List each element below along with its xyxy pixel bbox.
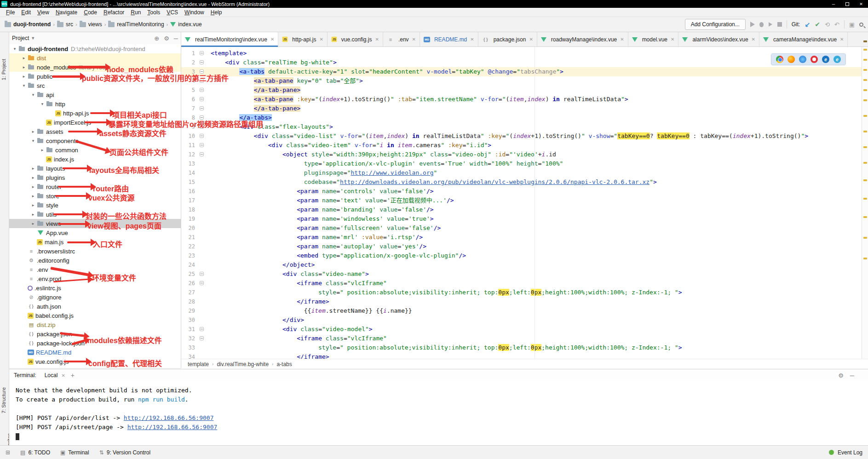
stripe-mark[interactable] bbox=[863, 89, 867, 91]
search-icon[interactable] bbox=[859, 23, 863, 27]
stripe-mark[interactable] bbox=[863, 198, 867, 200]
menu-run[interactable]: Run bbox=[127, 8, 144, 17]
close-window-icon[interactable]: ✕ bbox=[854, 0, 868, 8]
tree-item-api[interactable]: ▾api bbox=[9, 90, 181, 99]
tree-item-importexcel-js[interactable]: JSimportExcel.js bbox=[9, 118, 181, 127]
tree-item-node-modules[interactable]: ▸node_moduleslibrary root bbox=[9, 63, 181, 72]
code-editor[interactable]: 1<template>2<div class="realTime bg-whit… bbox=[181, 47, 862, 359]
breadcrumb-item[interactable]: realTimeMonitoring bbox=[108, 21, 164, 28]
edge-icon[interactable]: e bbox=[834, 56, 841, 63]
tree-item-babel-config-js[interactable]: JSbabel.config.js bbox=[9, 311, 181, 320]
minimize-icon[interactable]: ─ bbox=[827, 0, 840, 8]
stripe-mark[interactable] bbox=[863, 79, 867, 81]
maximize-icon[interactable] bbox=[840, 0, 854, 8]
tree-item-app-vue[interactable]: App.vue bbox=[9, 228, 181, 237]
debug-icon[interactable] bbox=[759, 22, 764, 27]
menu-window[interactable]: Window bbox=[181, 8, 207, 17]
tree-item--browserslistrc[interactable]: ≡.browserslistrc bbox=[9, 247, 181, 256]
tree-item-dist[interactable]: ▸dist bbox=[9, 53, 181, 63]
tree-item-public[interactable]: ▸public bbox=[9, 72, 181, 81]
tree-item-package-json[interactable]: { }package.json bbox=[9, 329, 181, 339]
tab-roadwaymanage-index-vue[interactable]: roadwayManage\index.vue✕ bbox=[537, 32, 628, 46]
stripe-mark[interactable] bbox=[863, 69, 867, 71]
tree-item-auth-json[interactable]: { }auth.json bbox=[9, 302, 181, 311]
menu-navigate[interactable]: Navigate bbox=[52, 8, 80, 17]
close-icon[interactable]: ✕ bbox=[671, 37, 674, 42]
tree-item--editorconfig[interactable]: ⚙.editorconfig bbox=[9, 256, 181, 265]
tree-item--gitignore[interactable]: ⊘.gitignore bbox=[9, 293, 181, 302]
run-anything-icon[interactable]: ▣ bbox=[849, 21, 855, 28]
breadcrumb-item[interactable]: index.vue bbox=[170, 21, 201, 28]
statusbar-version-control[interactable]: ⇅9: Version Control bbox=[99, 449, 150, 456]
stripe-mark[interactable] bbox=[863, 131, 867, 132]
hide-panel-icon[interactable]: ─ bbox=[174, 35, 178, 42]
tree-item-package-lock-json[interactable]: { }package-lock.json bbox=[9, 339, 181, 348]
tab-package-json[interactable]: { }package.json✕ bbox=[478, 32, 537, 46]
locate-file-icon[interactable]: ⊕ bbox=[154, 35, 159, 42]
toolwindow-structure-button[interactable]: 7: Structure bbox=[1, 387, 6, 413]
tree-item--env[interactable]: ≡.env bbox=[9, 265, 181, 274]
tree-item-main-js[interactable]: JSmain.js bbox=[9, 237, 181, 247]
chevron-down-icon[interactable]: ▼ bbox=[31, 36, 35, 40]
add-configuration-button[interactable]: Add Configuration... bbox=[685, 19, 746, 30]
statusbar-event-log[interactable]: Event Log bbox=[829, 449, 862, 456]
history-icon[interactable]: ⟲ bbox=[825, 21, 830, 28]
stripe-mark[interactable] bbox=[863, 40, 867, 42]
firefox-icon[interactable] bbox=[788, 56, 795, 63]
close-icon[interactable]: ✕ bbox=[529, 37, 533, 42]
menu-view[interactable]: View bbox=[34, 8, 52, 17]
close-icon[interactable]: ✕ bbox=[620, 37, 624, 42]
breadcrumb-item[interactable]: duoji-frontend bbox=[5, 21, 51, 28]
ie-icon[interactable]: e bbox=[822, 56, 829, 63]
menu-tools[interactable]: Tools bbox=[144, 8, 163, 17]
close-icon[interactable]: ✕ bbox=[61, 373, 65, 378]
git-commit-icon[interactable]: ✔ bbox=[815, 21, 820, 28]
stripe-mark[interactable] bbox=[863, 59, 867, 61]
menu-help[interactable]: Help bbox=[207, 8, 225, 17]
stripe-mark[interactable] bbox=[863, 258, 867, 259]
breadcrumb-item[interactable]: a-tabs bbox=[276, 361, 292, 367]
close-icon[interactable]: ✕ bbox=[840, 37, 844, 42]
close-icon[interactable]: ✕ bbox=[270, 37, 274, 42]
statusbar-terminal[interactable]: ▣Terminal bbox=[60, 449, 89, 456]
stripe-mark[interactable] bbox=[863, 146, 867, 148]
tab-alarmvideos-index-vue[interactable]: alarmVideos\index.vue✕ bbox=[678, 32, 759, 46]
run-coverage-icon[interactable] bbox=[769, 22, 772, 27]
close-icon[interactable]: ✕ bbox=[470, 37, 474, 42]
tree-item-router[interactable]: ▸router bbox=[9, 182, 181, 191]
tree-item-store[interactable]: ▸store bbox=[9, 191, 181, 201]
run-icon[interactable] bbox=[750, 22, 755, 27]
chrome-icon[interactable] bbox=[776, 56, 783, 63]
tab-vue-config-js[interactable]: JSvue.config.js✕ bbox=[328, 32, 383, 46]
tree-item-assets[interactable]: ▸assets bbox=[9, 127, 181, 136]
tab-http-api-js[interactable]: JShttp-api.js✕ bbox=[278, 32, 327, 46]
new-terminal-icon[interactable]: + bbox=[71, 372, 75, 379]
rollback-icon[interactable]: ↶ bbox=[834, 21, 839, 28]
toolwindow-project-button[interactable]: 1: Project bbox=[1, 59, 6, 80]
tree-item-readme-md[interactable]: MDREADME.md bbox=[9, 348, 181, 357]
tab-realtimemonitoring-index-vue[interactable]: realTimeMonitoring\index.vue✕ bbox=[181, 32, 278, 46]
toolwindow-switcher-icon[interactable]: ⊞ bbox=[6, 449, 10, 456]
stripe-mark[interactable] bbox=[863, 115, 867, 117]
breadcrumb-item[interactable]: template bbox=[188, 361, 209, 367]
menu-refactor[interactable]: Refactor bbox=[100, 8, 127, 17]
menu-file[interactable]: File bbox=[3, 8, 18, 17]
tree-item-dist-zip[interactable]: ▤dist.zip bbox=[9, 320, 181, 329]
safari-icon[interactable] bbox=[799, 56, 806, 63]
git-update-icon[interactable]: ↙ bbox=[805, 21, 810, 28]
tree-item-index-js[interactable]: JSindex.js bbox=[9, 155, 181, 164]
gear-icon[interactable]: ⚙ bbox=[164, 35, 169, 42]
statusbar-todo[interactable]: ▤6: TODO bbox=[20, 449, 50, 456]
breadcrumb-item[interactable]: src bbox=[57, 21, 73, 28]
stripe-mark[interactable] bbox=[863, 216, 867, 218]
tree-item-vue-config-js[interactable]: JSvue.config.js bbox=[9, 357, 181, 366]
hide-panel-icon[interactable]: ─ bbox=[850, 372, 854, 379]
menu-vcs[interactable]: VCS bbox=[163, 8, 181, 17]
tree-item-src[interactable]: ▾src bbox=[9, 81, 181, 90]
tree-item-plugins[interactable]: ▸plugins bbox=[9, 173, 181, 182]
terminal-tab-local[interactable]: Local bbox=[43, 372, 60, 379]
stripe-mark[interactable] bbox=[863, 179, 867, 181]
menu-code[interactable]: Code bbox=[80, 8, 100, 17]
breadcrumb-item[interactable]: views bbox=[80, 21, 102, 28]
tree-item-layouts[interactable]: ▸layouts bbox=[9, 164, 181, 173]
